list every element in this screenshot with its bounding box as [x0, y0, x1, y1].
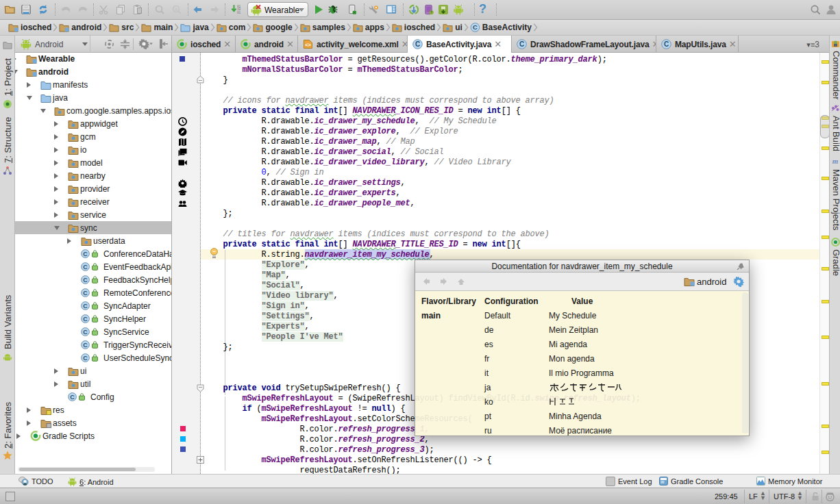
- svg-text:C: C: [83, 355, 88, 362]
- svg-text:C: C: [83, 290, 88, 297]
- svg-text:m: m: [832, 157, 839, 165]
- svg-text:C: C: [83, 277, 88, 284]
- svg-text:01: 01: [237, 11, 241, 14]
- svg-text:C: C: [519, 40, 524, 48]
- svg-text:C: C: [83, 329, 88, 336]
- svg-text:A: A: [175, 7, 178, 12]
- svg-text:C: C: [83, 316, 88, 323]
- svg-text:<>: <>: [305, 42, 311, 48]
- svg-text:C: C: [664, 40, 669, 48]
- svg-text:C: C: [415, 40, 420, 48]
- svg-text:C: C: [473, 23, 478, 31]
- svg-text:C: C: [83, 303, 88, 310]
- svg-text:C: C: [83, 264, 88, 270]
- svg-text:C: C: [70, 394, 75, 401]
- svg-text:C: C: [83, 251, 88, 257]
- svg-text:C: C: [83, 342, 88, 349]
